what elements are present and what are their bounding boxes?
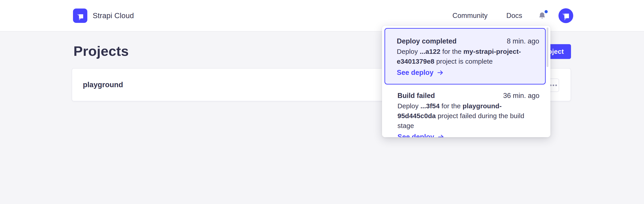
notification-message: Deploy ...3f54 for the playground-95d445…: [398, 101, 540, 131]
user-avatar-button[interactable]: [558, 8, 573, 23]
popover-scrollbar-thumb[interactable]: [546, 28, 548, 67]
notification-header: Deploy completed 8 min. ago: [397, 37, 539, 46]
notification-header: Build failed 36 min. ago: [398, 91, 540, 100]
nav-link-docs[interactable]: Docs: [506, 12, 522, 20]
see-deploy-link[interactable]: See deploy: [398, 132, 444, 137]
project-name: playground: [83, 81, 123, 89]
notification-title: Deploy completed: [397, 37, 456, 46]
arrow-right-icon: [437, 133, 444, 137]
notification-title: Build failed: [398, 91, 435, 100]
unread-indicator-dot: [544, 10, 548, 13]
notifications-popover: Deploy completed 8 min. ago Deploy ...a1…: [382, 26, 550, 137]
avatar-strapi-glyph-icon: [558, 8, 573, 23]
nav-link-community[interactable]: Community: [452, 12, 488, 20]
brand-name: Strapi Cloud: [93, 12, 134, 20]
brand[interactable]: Strapi Cloud: [73, 9, 134, 23]
strapi-logo-icon: [73, 9, 87, 23]
notification-deploy-completed[interactable]: Deploy completed 8 min. ago Deploy ...a1…: [384, 28, 546, 85]
notification-timestamp: 8 min. ago: [507, 37, 539, 46]
notification-build-failed[interactable]: Build failed 36 min. ago Deploy ...3f54 …: [382, 85, 550, 137]
see-deploy-link[interactable]: See deploy: [397, 68, 444, 77]
notifications-bell-button[interactable]: [536, 10, 548, 22]
notification-timestamp: 36 min. ago: [503, 91, 540, 100]
page-title: Projects: [74, 43, 129, 59]
header-nav: Community Docs: [452, 8, 573, 23]
arrow-right-icon: [437, 69, 444, 76]
notification-message: Deploy ...a122 for the my-strapi-project…: [397, 47, 539, 66]
strapi-glyph-icon: [73, 9, 87, 23]
